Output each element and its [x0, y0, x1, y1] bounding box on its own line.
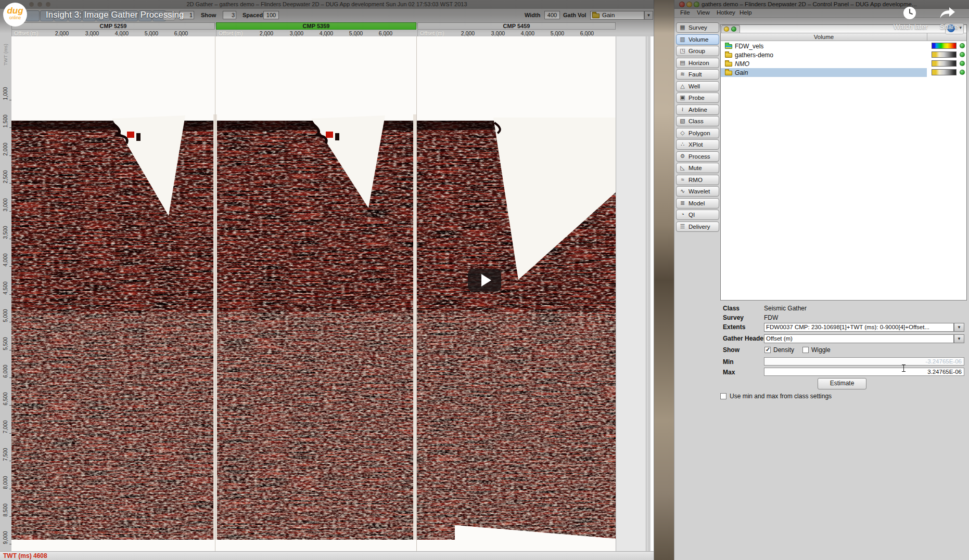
- offset-axis-row: Offset (m)2,0003,0004,0005,0006,000Offse…: [0, 30, 654, 37]
- twt-tick-label: 3,000: [3, 196, 8, 214]
- gather-header-value: Offset (m): [766, 335, 793, 342]
- cmp-header-row: CMP 5259CMP 5359CMP 5459: [0, 22, 654, 30]
- min-field[interactable]: [764, 357, 964, 366]
- twt-tick-label: 6,000: [3, 362, 8, 380]
- twt-tick-label: 2,500: [3, 168, 8, 186]
- class-value: Seismic Gather: [764, 305, 807, 312]
- offset-axis-label: Offset (m): [14, 30, 38, 36]
- watch-later-button[interactable]: Watch later: [894, 23, 927, 31]
- seismic-window: 2D Gather – gathers demo – Flinders Deep…: [0, 0, 654, 560]
- cmp-header-1[interactable]: CMP 5259: [11, 22, 215, 30]
- video-frame: 2D Gather – gathers demo – Flinders Deep…: [0, 0, 969, 560]
- twt-axis: TWT (ms) 1,0001,5002,0002,5003,0003,5004…: [0, 36, 12, 551]
- offset-axis-1: Offset (m)2,0003,0004,0005,0006,000: [11, 30, 215, 36]
- density-label: Density: [773, 346, 794, 354]
- status-twt-label: TWT (ms): [3, 552, 32, 559]
- wiggle-checkbox[interactable]: [802, 347, 809, 353]
- offset-axis-3: Offset (m)2,0003,0004,0005,0006,000: [417, 30, 616, 36]
- twt-tick-label: 9,000: [3, 529, 8, 546]
- logo-text-top: dug: [3, 7, 27, 15]
- seismic-gather-image[interactable]: [11, 36, 616, 551]
- status-twt-value: 4608: [33, 552, 47, 559]
- class-label: Class: [723, 305, 740, 312]
- dropdown-arrow-icon[interactable]: ▼: [644, 11, 653, 20]
- survey-label: Survey: [723, 314, 744, 321]
- twt-tick-label: 4,000: [3, 251, 8, 269]
- gather-header-dropdown[interactable]: Offset (m): [764, 334, 954, 343]
- seismic-window-title: 2D Gather – gathers demo – Flinders Deep…: [186, 1, 467, 7]
- video-title-link[interactable]: Insight 3: Image Gather Processing: [46, 10, 184, 20]
- extents-label: Extents: [723, 323, 745, 331]
- gather-header-label: Gather Header: [723, 335, 766, 342]
- twt-tick-label: 8,500: [3, 501, 8, 519]
- min-label: Min: [723, 358, 734, 366]
- play-button[interactable]: [468, 269, 501, 292]
- logo-text-bottom: online: [3, 15, 27, 20]
- vertical-scrollbar[interactable]: [616, 36, 651, 551]
- width-field[interactable]: [544, 11, 560, 19]
- cmp-header-3[interactable]: CMP 5459: [417, 22, 616, 30]
- gather-view: TWT (ms) 1,0001,5002,0002,5003,0003,5004…: [0, 36, 654, 551]
- gather-volume-value: Gain: [602, 12, 615, 18]
- spaced-field[interactable]: [263, 11, 279, 19]
- estimate-button[interactable]: Estimate: [818, 378, 866, 389]
- twt-tick-label: 7,000: [3, 418, 8, 436]
- desktop-background: [654, 0, 674, 560]
- cmp-header-2[interactable]: CMP 5359: [216, 22, 416, 30]
- share-button[interactable]: Share: [940, 23, 958, 31]
- max-label: Max: [723, 369, 735, 376]
- show-label: Show: [201, 12, 216, 18]
- offset-axis-label: Offset (m): [219, 30, 243, 36]
- survey-value: FDW: [764, 314, 778, 321]
- axis-corner: [0, 30, 11, 37]
- extents-dropdown-arrow-icon[interactable]: ▼: [954, 323, 964, 332]
- max-field[interactable]: [764, 368, 964, 376]
- twt-tick-label: 7,500: [3, 446, 8, 463]
- traffic-light-icon[interactable]: [46, 2, 50, 7]
- volume-folder-icon: [592, 14, 600, 18]
- twt-tick-label: 8,000: [3, 474, 8, 491]
- share-arrow-icon[interactable]: [939, 7, 955, 19]
- twt-tick-label: 6,500: [3, 390, 8, 408]
- show-count-field[interactable]: [223, 11, 236, 19]
- gather-volume-dropdown[interactable]: Gain: [590, 11, 644, 20]
- extents-value: FDW0037 CMP: 230-10698[1]+TWT (ms): 0-90…: [766, 324, 929, 330]
- width-label: Width: [525, 12, 540, 18]
- twt-tick-label: 5,000: [3, 307, 8, 324]
- watch-later-clock-icon[interactable]: [903, 6, 916, 20]
- gather-header-dropdown-arrow-icon[interactable]: ▼: [954, 334, 964, 343]
- toolbar-button[interactable]: [26, 10, 40, 21]
- twt-tick-label: 4,500: [3, 279, 8, 297]
- offset-axis-label: Offset (m): [420, 30, 444, 36]
- gath-vol-label: Gath Vol: [563, 12, 586, 18]
- traffic-light-icon[interactable]: [37, 2, 42, 7]
- twt-tick-label: 3,500: [3, 224, 8, 241]
- dug-online-logo[interactable]: dug online: [3, 3, 27, 27]
- density-checkbox[interactable]: [764, 347, 771, 353]
- control-panel-window: gathers demo – Flinders Deepwater 2D – C…: [674, 0, 969, 560]
- play-icon: [481, 274, 491, 286]
- wiggle-label: Wiggle: [811, 346, 831, 354]
- twt-tick-label: 1,000: [3, 85, 8, 102]
- spaced-label: Spaced: [243, 12, 263, 18]
- seismic-window-titlebar[interactable]: 2D Gather – gathers demo – Flinders Deep…: [0, 0, 654, 9]
- status-bar: TWT (ms) 4608: [0, 551, 654, 560]
- extents-dropdown[interactable]: FDW0037 CMP: 230-10698[1]+TWT (ms): 0-90…: [764, 323, 954, 332]
- text-cursor: [903, 364, 904, 372]
- offset-axis-2: Offset (m)2,0003,0004,0005,0006,000: [216, 30, 417, 36]
- use-class-settings-label: Use min and max from class settings: [730, 393, 832, 400]
- use-class-settings-checkbox[interactable]: [720, 393, 726, 399]
- traffic-light-icon[interactable]: [29, 2, 34, 7]
- twt-axis-title: TWT (ms): [3, 43, 8, 66]
- show-display-label: Show: [723, 346, 740, 354]
- twt-tick-label: 2,000: [3, 140, 8, 158]
- twt-tick-label: 1,500: [3, 112, 8, 130]
- properties-panel: Class Seismic Gather Survey FDW Extents …: [674, 0, 969, 560]
- twt-tick-label: 5,500: [3, 335, 8, 353]
